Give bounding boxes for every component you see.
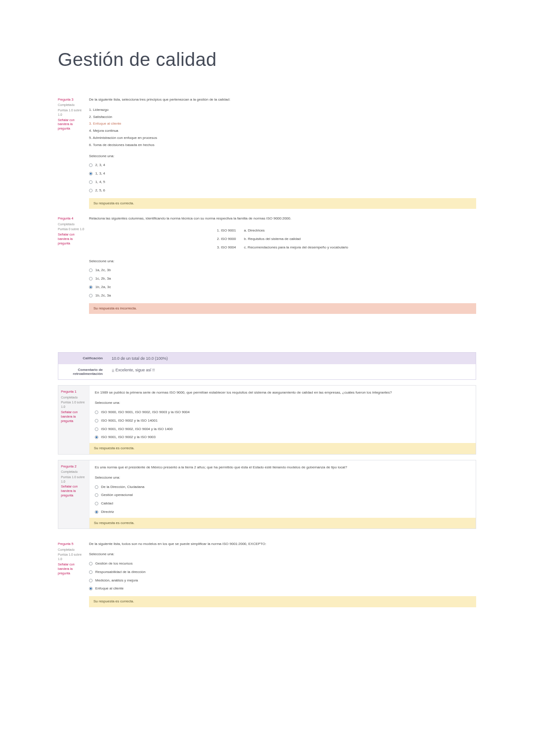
select-one-prompt: Seleccione una: bbox=[89, 552, 476, 557]
radio-option[interactable] bbox=[89, 180, 93, 184]
list-item: 1. Liderazgo bbox=[89, 107, 476, 113]
list-item: 2. Satisfacción bbox=[89, 114, 476, 120]
question-5: Pregunta 5 Completado Puntúa 1.0 sobre 1… bbox=[58, 541, 476, 607]
radio-option[interactable] bbox=[95, 427, 98, 431]
select-one-prompt: Seleccione una: bbox=[89, 154, 476, 159]
radio-option[interactable] bbox=[89, 579, 93, 582]
match-table: 1. ISO 9001a. Directrices 2. ISO 9000b. … bbox=[212, 226, 352, 252]
question-stem: Relaciona las siguientes columnas, ident… bbox=[89, 216, 476, 222]
radio-option[interactable] bbox=[89, 294, 93, 297]
question-stem: De la siguiente lista, todos son no mode… bbox=[89, 541, 476, 547]
question-stem: En 1989 se publicó la primera serie de n… bbox=[95, 390, 470, 396]
feedback-correct: Su respuesta es correcta. bbox=[89, 198, 476, 209]
grade-summary: Calificación 10.0 de un total de 10.0 (1… bbox=[58, 352, 476, 380]
radio-option[interactable] bbox=[89, 285, 93, 289]
radio-option[interactable] bbox=[89, 268, 93, 272]
radio-option[interactable] bbox=[95, 435, 98, 439]
radio-option[interactable] bbox=[89, 163, 93, 167]
question-info-sidebar: Pregunta 4 Completado Puntúa 0 sobre 1.0… bbox=[58, 216, 89, 314]
page-title: Gestión de calidad bbox=[58, 49, 476, 70]
radio-option[interactable] bbox=[95, 419, 98, 423]
radio-option[interactable] bbox=[95, 493, 98, 497]
flag-link[interactable]: Señalar con bandera la pregunta bbox=[61, 410, 86, 423]
select-one-prompt: Seleccione una: bbox=[95, 475, 470, 481]
feedback-incorrect: Su respuesta es incorrecta. bbox=[89, 303, 476, 314]
question-4: Pregunta 4 Completado Puntúa 0 sobre 1.0… bbox=[58, 216, 476, 314]
radio-option[interactable] bbox=[89, 570, 93, 574]
question-info-sidebar: Pregunta 1 Completado Puntúa 1.0 sobre 1… bbox=[58, 386, 89, 454]
list-item: 3. Enfoque al cliente bbox=[89, 121, 476, 127]
radio-option[interactable] bbox=[95, 502, 98, 505]
question-1: Pregunta 1 Completado Puntúa 1.0 sobre 1… bbox=[58, 385, 476, 455]
flag-link[interactable]: Señalar con bandera la pregunta bbox=[61, 484, 86, 497]
question-stem: De la siguiente lista, selecciona tres p… bbox=[89, 97, 476, 103]
feedback-correct: Su respuesta es correcta. bbox=[89, 518, 476, 529]
question-info-sidebar: Pregunta 3 Completado Puntúa 1.0 sobre 1… bbox=[58, 97, 89, 209]
feedback-correct: Su respuesta es correcta. bbox=[89, 596, 476, 607]
select-one-prompt: Seleccione una: bbox=[95, 400, 470, 406]
list-item: 5. Administración con enfoque en proceso… bbox=[89, 135, 476, 141]
feedback-correct: Su respuesta es correcta. bbox=[89, 443, 476, 454]
radio-option[interactable] bbox=[89, 562, 93, 565]
question-stem: Es una norma que el presidente de México… bbox=[95, 465, 470, 471]
list-item: 4. Mejora continua bbox=[89, 128, 476, 134]
flag-link[interactable]: Señalar con bandera la pregunta bbox=[58, 562, 85, 575]
flag-link[interactable]: Señalar con bandera la pregunta bbox=[58, 232, 85, 245]
radio-option[interactable] bbox=[95, 485, 98, 489]
question-info-sidebar: Pregunta 5 Completado Puntúa 1.0 sobre 1… bbox=[58, 541, 89, 607]
radio-option[interactable] bbox=[89, 189, 93, 192]
question-3: Pregunta 3 Completado Puntúa 1.0 sobre 1… bbox=[58, 97, 476, 209]
list-item: 6. Toma de decisiones basada en hechos bbox=[89, 142, 476, 148]
flag-link[interactable]: Señalar con bandera la pregunta bbox=[58, 118, 85, 131]
radio-option[interactable] bbox=[89, 172, 93, 175]
radio-option[interactable] bbox=[95, 510, 98, 514]
question-2: Pregunta 2 Completado Puntúa 1.0 sobre 1… bbox=[58, 460, 476, 529]
radio-option[interactable] bbox=[89, 587, 93, 590]
radio-option[interactable] bbox=[89, 277, 93, 280]
question-info-sidebar: Pregunta 2 Completado Puntúa 1.0 sobre 1… bbox=[58, 460, 89, 529]
select-one-prompt: Seleccione una: bbox=[89, 259, 476, 264]
radio-option[interactable] bbox=[95, 411, 98, 414]
